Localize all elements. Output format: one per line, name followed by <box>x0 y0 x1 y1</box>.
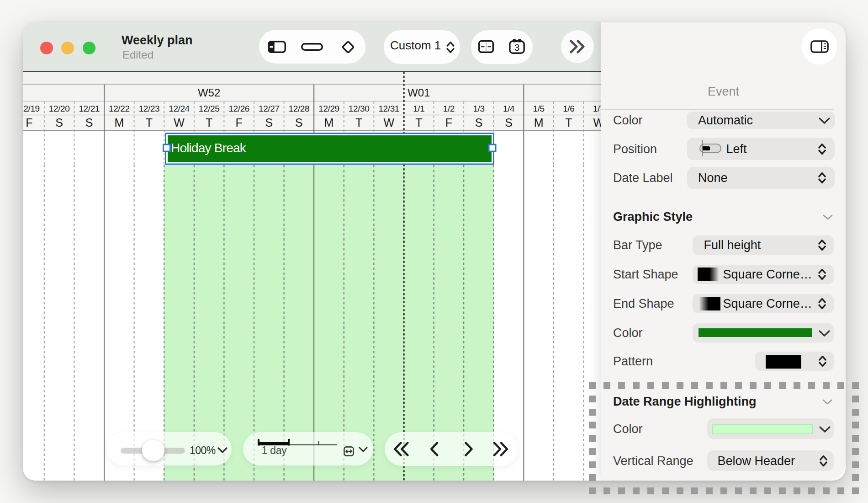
svg-text:12/26: 12/26 <box>228 104 249 113</box>
svg-text:12/25: 12/25 <box>199 104 220 113</box>
svg-text:12/20: 12/20 <box>49 104 70 113</box>
svg-text:F: F <box>236 116 243 129</box>
svg-text:T: T <box>146 116 153 129</box>
svg-text:12/30: 12/30 <box>349 104 370 113</box>
svg-text:M: M <box>534 116 544 129</box>
svg-text:1/3: 1/3 <box>473 104 484 113</box>
svg-text:12/21: 12/21 <box>79 104 100 113</box>
svg-text:12/29: 12/29 <box>318 104 339 113</box>
svg-text:W52: W52 <box>198 86 220 99</box>
svg-text:W01: W01 <box>408 86 430 99</box>
svg-text:S: S <box>85 116 93 129</box>
svg-text:W: W <box>383 116 394 129</box>
svg-text:1/2: 1/2 <box>443 104 455 113</box>
svg-text:T: T <box>565 116 572 129</box>
svg-text:Holiday Break: Holiday Break <box>171 141 247 155</box>
svg-text:S: S <box>475 116 483 129</box>
svg-text:T: T <box>206 116 212 129</box>
svg-text:1/1: 1/1 <box>413 104 424 113</box>
svg-text:W: W <box>174 116 185 129</box>
svg-text:F: F <box>445 116 452 129</box>
svg-text:T: T <box>355 116 362 129</box>
svg-text:S: S <box>505 116 513 129</box>
svg-text:12/19: 12/19 <box>23 104 40 113</box>
svg-text:12/28: 12/28 <box>289 104 310 113</box>
svg-text:M: M <box>114 116 124 129</box>
svg-text:F: F <box>26 116 32 129</box>
svg-text:S: S <box>265 116 273 129</box>
svg-text:M: M <box>324 116 334 129</box>
svg-text:12/22: 12/22 <box>109 104 130 113</box>
svg-text:3: 3 <box>514 42 520 53</box>
svg-text:1/6: 1/6 <box>563 104 574 113</box>
svg-text:1/4: 1/4 <box>503 104 515 113</box>
svg-text:1/5: 1/5 <box>533 104 545 113</box>
svg-text:12/31: 12/31 <box>378 104 399 113</box>
svg-text:T: T <box>415 116 422 129</box>
svg-text:12/27: 12/27 <box>259 104 280 113</box>
svg-text:S: S <box>55 116 63 129</box>
svg-text:12/24: 12/24 <box>169 104 190 113</box>
svg-text:S: S <box>295 116 303 129</box>
svg-text:12/23: 12/23 <box>139 104 160 113</box>
